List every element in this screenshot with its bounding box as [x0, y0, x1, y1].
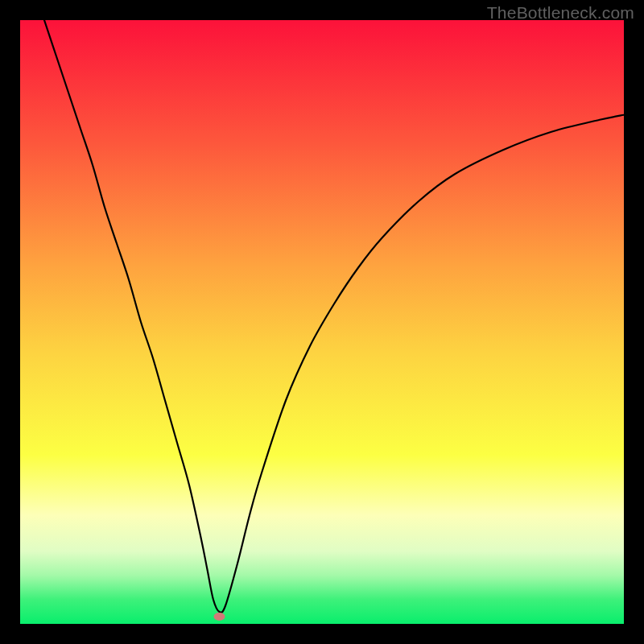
watermark-text: TheBottleneck.com: [487, 3, 634, 23]
minimum-marker: [214, 613, 225, 621]
chart-background: [20, 20, 624, 624]
chart-svg: [20, 20, 624, 624]
bottleneck-chart: [20, 20, 624, 624]
